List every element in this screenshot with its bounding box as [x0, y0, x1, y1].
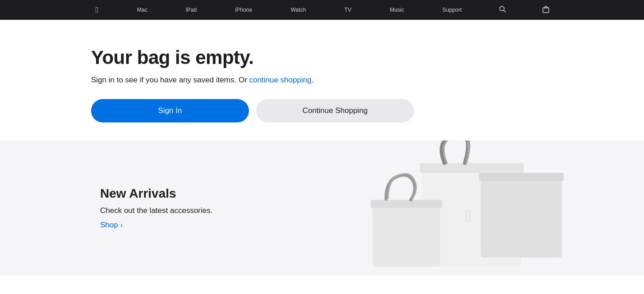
sign-in-button[interactable]: Sign In [91, 99, 249, 122]
nav-item-ipad[interactable]: iPad [181, 7, 202, 13]
nav-item-support[interactable]: Support [438, 7, 466, 13]
page-wrapper:  Mac iPad iPhone Watch TV Music Support [0, 0, 644, 294]
svg-line-1 [504, 10, 506, 12]
subtitle-text: Sign in to see if you have any saved ite… [91, 76, 249, 84]
bag-title: Your bag is empty. [91, 47, 553, 68]
bag-subtitle: Sign in to see if you have any saved ite… [91, 76, 553, 85]
nav-item-tv[interactable]: TV [340, 7, 356, 13]
search-icon[interactable] [496, 6, 510, 14]
svg-rect-4 [420, 163, 524, 173]
new-arrivals-banner: New Arrivals Check out the latest access… [0, 140, 644, 276]
svg-rect-6 [373, 204, 440, 267]
svg-text::  [465, 207, 471, 225]
new-arrivals-title: New Arrivals [100, 186, 262, 201]
new-arrivals-shop-link[interactable]: Shop [100, 221, 123, 229]
svg-rect-9 [479, 173, 564, 181]
nav-item-music[interactable]: Music [385, 7, 409, 13]
shopping-bag-icon[interactable] [539, 5, 553, 15]
main-content: Your bag is empty. Sign in to see if you… [91, 20, 553, 140]
nav-item-watch[interactable]: Watch [286, 7, 310, 13]
nav-item-mac[interactable]: Mac [133, 7, 152, 13]
continue-shopping-button[interactable]: Continue Shopping [256, 99, 414, 122]
continue-shopping-inline-link[interactable]: continue shopping [249, 76, 312, 84]
apple-logo[interactable]:  [91, 5, 103, 15]
nav-item-iphone[interactable]: iPhone [230, 7, 257, 13]
svg-rect-7 [371, 200, 442, 208]
bag-illustration-svg:  [327, 140, 580, 276]
banner-visual:  [327, 140, 589, 276]
svg-rect-2 [543, 8, 549, 13]
nav-bar:  Mac iPad iPhone Watch TV Music Support [0, 0, 644, 20]
banner-text: New Arrivals Check out the latest access… [91, 186, 262, 230]
subtitle-suffix: . [312, 76, 314, 84]
button-row: Sign In Continue Shopping [91, 99, 553, 122]
new-arrivals-description: Check out the latest accessories. [100, 206, 262, 215]
svg-rect-8 [481, 176, 562, 258]
